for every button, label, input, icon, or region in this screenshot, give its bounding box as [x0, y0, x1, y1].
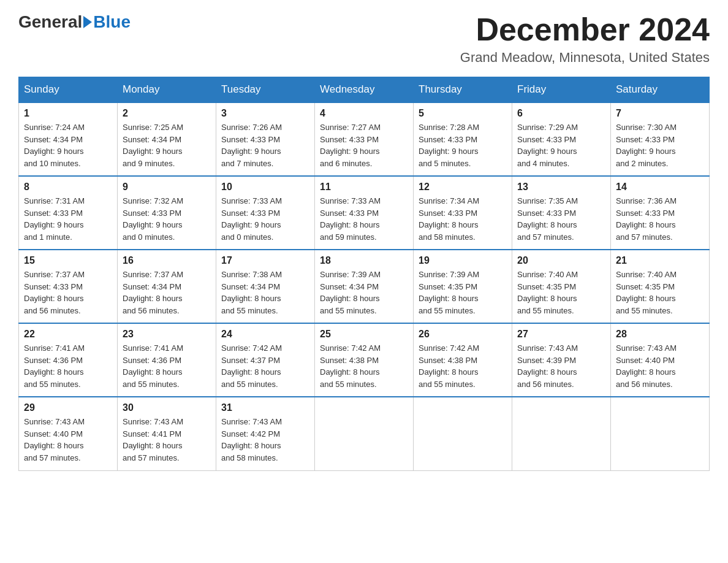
day-info: Sunrise: 7:43 AM Sunset: 4:40 PM Dayligh…	[616, 342, 704, 390]
calendar-day-27: 27 Sunrise: 7:43 AM Sunset: 4:39 PM Dayl…	[512, 323, 611, 397]
calendar-day-4: 4 Sunrise: 7:27 AM Sunset: 4:33 PM Dayli…	[315, 102, 414, 176]
calendar-day-26: 26 Sunrise: 7:42 AM Sunset: 4:38 PM Dayl…	[414, 323, 512, 397]
day-number: 30	[123, 402, 211, 413]
title-section: December 2024 Grand Meadow, Minnesota, U…	[460, 12, 710, 66]
day-info: Sunrise: 7:33 AM Sunset: 4:33 PM Dayligh…	[320, 195, 408, 243]
day-number: 2	[123, 108, 211, 119]
calendar-day-1: 1 Sunrise: 7:24 AM Sunset: 4:34 PM Dayli…	[19, 102, 118, 176]
day-number: 5	[419, 108, 507, 119]
day-info: Sunrise: 7:43 AM Sunset: 4:42 PM Dayligh…	[221, 416, 309, 464]
calendar-empty-w4-d6	[611, 397, 710, 470]
day-number: 8	[24, 182, 112, 193]
day-info: Sunrise: 7:40 AM Sunset: 4:35 PM Dayligh…	[616, 269, 704, 316]
calendar-header-row: Sunday Monday Tuesday Wednesday Thursday…	[19, 77, 710, 103]
day-info: Sunrise: 7:27 AM Sunset: 4:33 PM Dayligh…	[320, 121, 408, 169]
day-info: Sunrise: 7:28 AM Sunset: 4:33 PM Dayligh…	[419, 121, 507, 169]
calendar-empty-w4-d3	[315, 397, 414, 470]
day-info: Sunrise: 7:33 AM Sunset: 4:33 PM Dayligh…	[221, 195, 309, 243]
calendar-day-5: 5 Sunrise: 7:28 AM Sunset: 4:33 PM Dayli…	[414, 102, 512, 176]
calendar-week-2: 8 Sunrise: 7:31 AM Sunset: 4:33 PM Dayli…	[19, 176, 710, 250]
calendar-day-24: 24 Sunrise: 7:42 AM Sunset: 4:37 PM Dayl…	[216, 323, 315, 397]
day-info: Sunrise: 7:42 AM Sunset: 4:38 PM Dayligh…	[419, 342, 507, 390]
calendar-day-31: 31 Sunrise: 7:43 AM Sunset: 4:42 PM Dayl…	[216, 397, 315, 470]
day-number: 24	[221, 329, 309, 340]
calendar-day-8: 8 Sunrise: 7:31 AM Sunset: 4:33 PM Dayli…	[19, 176, 118, 250]
day-number: 31	[221, 402, 309, 413]
calendar-day-30: 30 Sunrise: 7:43 AM Sunset: 4:41 PM Dayl…	[118, 397, 216, 470]
day-info: Sunrise: 7:39 AM Sunset: 4:34 PM Dayligh…	[320, 269, 408, 316]
calendar-day-16: 16 Sunrise: 7:37 AM Sunset: 4:34 PM Dayl…	[118, 250, 216, 323]
calendar-week-1: 1 Sunrise: 7:24 AM Sunset: 4:34 PM Dayli…	[19, 102, 710, 176]
day-number: 7	[616, 108, 704, 119]
day-number: 28	[616, 329, 704, 340]
calendar-week-4: 22 Sunrise: 7:41 AM Sunset: 4:36 PM Dayl…	[19, 323, 710, 397]
calendar-table: Sunday Monday Tuesday Wednesday Thursday…	[18, 77, 710, 471]
calendar-day-14: 14 Sunrise: 7:36 AM Sunset: 4:33 PM Dayl…	[611, 176, 710, 250]
day-number: 9	[123, 182, 211, 193]
header-tuesday: Tuesday	[216, 77, 315, 103]
day-info: Sunrise: 7:37 AM Sunset: 4:33 PM Dayligh…	[24, 269, 112, 316]
month-title: December 2024	[460, 12, 710, 47]
day-info: Sunrise: 7:42 AM Sunset: 4:37 PM Dayligh…	[221, 342, 309, 390]
day-info: Sunrise: 7:34 AM Sunset: 4:33 PM Dayligh…	[419, 195, 507, 243]
day-number: 14	[616, 182, 704, 193]
location-title: Grand Meadow, Minnesota, United States	[460, 50, 710, 66]
calendar-day-3: 3 Sunrise: 7:26 AM Sunset: 4:33 PM Dayli…	[216, 102, 315, 176]
day-info: Sunrise: 7:29 AM Sunset: 4:33 PM Dayligh…	[517, 121, 605, 169]
calendar-day-12: 12 Sunrise: 7:34 AM Sunset: 4:33 PM Dayl…	[414, 176, 512, 250]
day-info: Sunrise: 7:26 AM Sunset: 4:33 PM Dayligh…	[221, 121, 309, 169]
header-saturday: Saturday	[611, 77, 710, 103]
calendar-day-10: 10 Sunrise: 7:33 AM Sunset: 4:33 PM Dayl…	[216, 176, 315, 250]
day-info: Sunrise: 7:35 AM Sunset: 4:33 PM Dayligh…	[517, 195, 605, 243]
day-info: Sunrise: 7:41 AM Sunset: 4:36 PM Dayligh…	[123, 342, 211, 390]
day-info: Sunrise: 7:36 AM Sunset: 4:33 PM Dayligh…	[616, 195, 704, 243]
day-number: 16	[123, 255, 211, 266]
day-number: 22	[24, 329, 112, 340]
header-friday: Friday	[512, 77, 611, 103]
day-number: 19	[419, 255, 507, 266]
day-number: 18	[320, 255, 408, 266]
day-number: 12	[419, 182, 507, 193]
day-number: 3	[221, 108, 309, 119]
day-number: 10	[221, 182, 309, 193]
page-header: General Blue December 2024 Grand Meadow,…	[18, 12, 710, 66]
calendar-day-18: 18 Sunrise: 7:39 AM Sunset: 4:34 PM Dayl…	[315, 250, 414, 323]
day-number: 25	[320, 329, 408, 340]
day-info: Sunrise: 7:43 AM Sunset: 4:41 PM Dayligh…	[123, 416, 211, 464]
day-info: Sunrise: 7:40 AM Sunset: 4:35 PM Dayligh…	[517, 269, 605, 316]
calendar-empty-w4-d5	[512, 397, 611, 470]
calendar-day-20: 20 Sunrise: 7:40 AM Sunset: 4:35 PM Dayl…	[512, 250, 611, 323]
day-info: Sunrise: 7:31 AM Sunset: 4:33 PM Dayligh…	[24, 195, 112, 243]
calendar-week-5: 29 Sunrise: 7:43 AM Sunset: 4:40 PM Dayl…	[19, 397, 710, 470]
logo-blue-text: Blue	[93, 12, 131, 32]
day-number: 4	[320, 108, 408, 119]
logo-general-text: General	[18, 12, 82, 32]
day-info: Sunrise: 7:37 AM Sunset: 4:34 PM Dayligh…	[123, 269, 211, 316]
calendar-day-19: 19 Sunrise: 7:39 AM Sunset: 4:35 PM Dayl…	[414, 250, 512, 323]
header-wednesday: Wednesday	[315, 77, 414, 103]
day-number: 11	[320, 182, 408, 193]
day-number: 20	[517, 255, 605, 266]
day-number: 13	[517, 182, 605, 193]
day-number: 6	[517, 108, 605, 119]
day-number: 26	[419, 329, 507, 340]
calendar-day-22: 22 Sunrise: 7:41 AM Sunset: 4:36 PM Dayl…	[19, 323, 118, 397]
day-info: Sunrise: 7:42 AM Sunset: 4:38 PM Dayligh…	[320, 342, 408, 390]
day-info: Sunrise: 7:39 AM Sunset: 4:35 PM Dayligh…	[419, 269, 507, 316]
logo: General Blue	[18, 12, 131, 32]
calendar-empty-w4-d4	[414, 397, 512, 470]
calendar-day-23: 23 Sunrise: 7:41 AM Sunset: 4:36 PM Dayl…	[118, 323, 216, 397]
day-number: 23	[123, 329, 211, 340]
day-info: Sunrise: 7:38 AM Sunset: 4:34 PM Dayligh…	[221, 269, 309, 316]
day-number: 27	[517, 329, 605, 340]
day-info: Sunrise: 7:32 AM Sunset: 4:33 PM Dayligh…	[123, 195, 211, 243]
day-number: 29	[24, 402, 112, 413]
calendar-day-17: 17 Sunrise: 7:38 AM Sunset: 4:34 PM Dayl…	[216, 250, 315, 323]
calendar-day-15: 15 Sunrise: 7:37 AM Sunset: 4:33 PM Dayl…	[19, 250, 118, 323]
day-info: Sunrise: 7:30 AM Sunset: 4:33 PM Dayligh…	[616, 121, 704, 169]
day-info: Sunrise: 7:43 AM Sunset: 4:39 PM Dayligh…	[517, 342, 605, 390]
day-number: 21	[616, 255, 704, 266]
calendar-day-25: 25 Sunrise: 7:42 AM Sunset: 4:38 PM Dayl…	[315, 323, 414, 397]
calendar-day-13: 13 Sunrise: 7:35 AM Sunset: 4:33 PM Dayl…	[512, 176, 611, 250]
logo-arrow-icon	[83, 16, 92, 28]
